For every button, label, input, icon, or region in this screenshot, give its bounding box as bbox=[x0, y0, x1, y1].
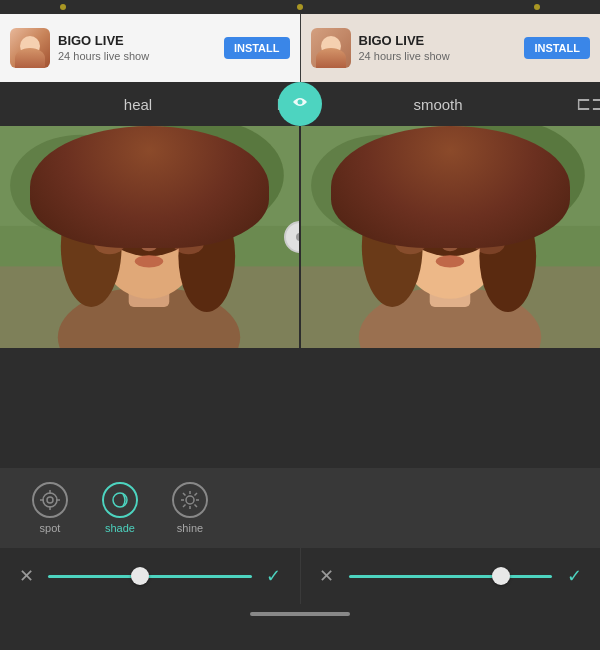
shade-label: shade bbox=[105, 522, 135, 534]
svg-point-23 bbox=[118, 243, 121, 246]
left-cancel-button[interactable]: ✕ bbox=[14, 565, 38, 587]
svg-point-33 bbox=[362, 185, 423, 307]
svg-point-12 bbox=[96, 140, 201, 211]
left-slider-thumb[interactable] bbox=[131, 567, 149, 585]
ads-row: BIGO LIVE 24 hours live show INSTALL BIG… bbox=[0, 14, 600, 82]
shine-label: shine bbox=[177, 522, 203, 534]
left-ad-banner[interactable]: BIGO LIVE 24 hours live show INSTALL bbox=[0, 14, 300, 82]
svg-line-57 bbox=[195, 505, 198, 508]
svg-point-14 bbox=[162, 226, 178, 236]
svg-point-3 bbox=[10, 135, 152, 236]
svg-point-16 bbox=[171, 227, 175, 231]
svg-line-58 bbox=[195, 493, 198, 496]
spot-icon bbox=[32, 482, 68, 518]
svg-point-17 bbox=[141, 241, 157, 251]
tool-shade[interactable]: shade bbox=[90, 482, 150, 534]
svg-point-44 bbox=[43, 493, 57, 507]
dot-1 bbox=[60, 4, 66, 10]
swap-icon bbox=[289, 91, 311, 118]
svg-point-15 bbox=[129, 227, 133, 231]
left-image-panel bbox=[0, 126, 301, 348]
images-comparison-row bbox=[0, 126, 600, 348]
svg-point-11 bbox=[178, 201, 235, 312]
left-slider-track[interactable] bbox=[48, 575, 252, 578]
filter-row: heal ⊏⊐ smooth ⊏⊐ bbox=[0, 82, 600, 126]
svg-point-20 bbox=[173, 234, 203, 254]
left-ad-text: BIGO LIVE 24 hours live show bbox=[58, 33, 216, 63]
svg-point-19 bbox=[94, 234, 124, 254]
right-filter-label: smooth bbox=[300, 96, 576, 113]
right-confirm-button[interactable]: ✓ bbox=[562, 565, 586, 587]
tools-panel: spot shade bbox=[0, 468, 600, 548]
svg-point-41 bbox=[436, 255, 464, 267]
svg-point-27 bbox=[423, 126, 585, 231]
tool-spot[interactable]: spot bbox=[20, 482, 80, 534]
right-control-bar: ✕ ✓ bbox=[301, 548, 601, 604]
shade-icon bbox=[102, 482, 138, 518]
shine-icon bbox=[172, 482, 208, 518]
right-ad-banner[interactable]: BIGO LIVE 24 hours live show INSTALL bbox=[301, 14, 601, 82]
svg-point-39 bbox=[472, 227, 476, 231]
svg-point-9 bbox=[90, 145, 208, 256]
svg-point-4 bbox=[122, 126, 284, 231]
tool-shine[interactable]: shine bbox=[160, 482, 220, 534]
right-ad-install-button[interactable]: INSTALL bbox=[524, 37, 590, 59]
right-slider-thumb[interactable] bbox=[492, 567, 510, 585]
left-control-bar: ✕ ✓ bbox=[0, 548, 301, 604]
right-cancel-button[interactable]: ✕ bbox=[315, 565, 339, 587]
right-slider-track[interactable] bbox=[349, 575, 553, 578]
svg-point-18 bbox=[135, 255, 163, 267]
svg-point-45 bbox=[47, 497, 53, 503]
dot-2 bbox=[297, 4, 303, 10]
left-ad-subtitle: 24 hours live show bbox=[58, 49, 216, 63]
home-bar bbox=[250, 612, 350, 616]
right-portrait bbox=[301, 126, 600, 348]
left-confirm-button[interactable]: ✓ bbox=[262, 565, 286, 587]
right-ad-text: BIGO LIVE 24 hours live show bbox=[359, 33, 517, 63]
dot-3 bbox=[534, 4, 540, 10]
svg-point-43 bbox=[474, 234, 504, 254]
svg-point-32 bbox=[391, 145, 509, 256]
svg-point-21 bbox=[115, 236, 118, 239]
svg-line-59 bbox=[183, 505, 186, 508]
spot-label: spot bbox=[40, 522, 61, 534]
svg-point-51 bbox=[186, 496, 194, 504]
left-ad-install-button[interactable]: INSTALL bbox=[224, 37, 290, 59]
svg-point-37 bbox=[463, 226, 479, 236]
svg-point-35 bbox=[397, 140, 502, 211]
right-ad-subtitle: 24 hours live show bbox=[359, 49, 517, 63]
svg-point-26 bbox=[311, 135, 453, 236]
right-ad-title: BIGO LIVE bbox=[359, 33, 517, 49]
svg-point-36 bbox=[421, 226, 437, 236]
svg-point-34 bbox=[479, 201, 536, 312]
left-ad-title: BIGO LIVE bbox=[58, 33, 216, 49]
right-ad-avatar bbox=[311, 28, 351, 68]
left-ad-avatar bbox=[10, 28, 50, 68]
bottom-controls: ✕ ✓ ✕ ✓ bbox=[0, 548, 600, 604]
home-indicator-area bbox=[0, 604, 600, 624]
svg-point-0 bbox=[298, 99, 303, 104]
right-split-icon: ⊏⊐ bbox=[576, 93, 600, 115]
left-filter-label: heal bbox=[0, 96, 276, 113]
svg-point-10 bbox=[61, 185, 122, 307]
svg-point-42 bbox=[395, 234, 425, 254]
swap-button[interactable] bbox=[278, 82, 322, 126]
svg-point-22 bbox=[121, 233, 123, 235]
svg-line-56 bbox=[183, 493, 186, 496]
right-image-panel bbox=[301, 126, 600, 348]
middle-area bbox=[0, 348, 600, 468]
svg-point-38 bbox=[430, 227, 434, 231]
svg-point-40 bbox=[442, 241, 458, 251]
left-portrait bbox=[0, 126, 299, 348]
dots-row bbox=[0, 0, 600, 14]
svg-point-13 bbox=[120, 226, 136, 236]
